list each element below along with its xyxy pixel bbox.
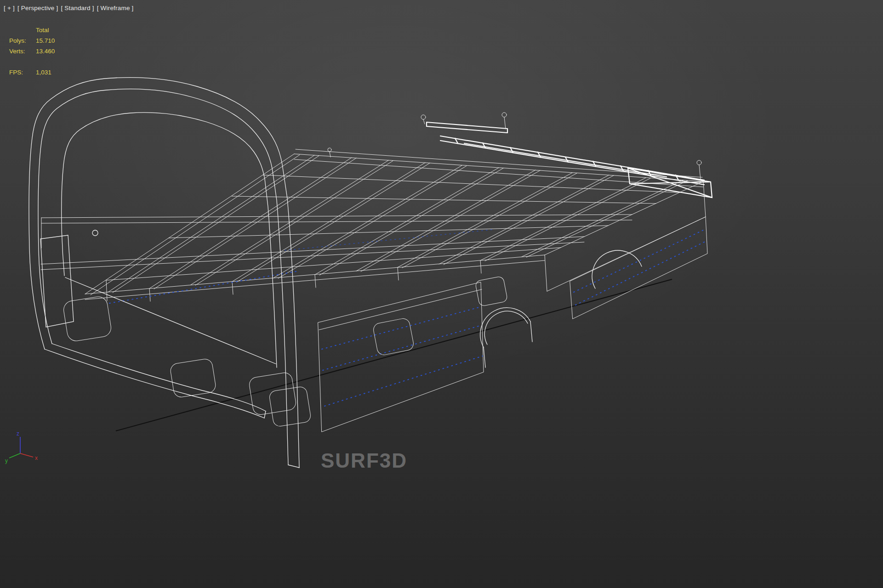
axis-z-label: z bbox=[17, 430, 19, 437]
viewport-pov-menu[interactable]: [ Perspective ] bbox=[17, 5, 58, 11]
verts-value: 13.460 bbox=[36, 46, 55, 57]
cab-shell bbox=[29, 78, 299, 468]
polys-value: 15.710 bbox=[36, 35, 55, 46]
tie-down-hooks bbox=[328, 113, 701, 179]
stats-spacer bbox=[9, 57, 55, 67]
bed-posts bbox=[149, 260, 481, 301]
grid-line bbox=[116, 279, 672, 431]
side-panel-near bbox=[318, 282, 484, 432]
axis-y-label: y bbox=[5, 458, 8, 464]
stats-fps-row: FPS: 1,031 bbox=[9, 67, 55, 78]
stats-total-header: Total bbox=[36, 25, 55, 35]
bed-deck-edges bbox=[85, 149, 706, 300]
side-panel-rear bbox=[570, 217, 707, 319]
axis-x-label: x bbox=[35, 455, 38, 461]
viewport-statistics: Total Polys: 15.710 Verts: 13.460 FPS: 1… bbox=[9, 25, 55, 78]
viewport-label-bar: [ + ] [ Perspective ] [ Standard ] [ Wir… bbox=[4, 5, 134, 11]
headboard-rack bbox=[427, 122, 507, 133]
selected-edges-blue bbox=[109, 229, 707, 406]
chassis-rails bbox=[41, 175, 679, 301]
stats-polys-row: Polys: 15.710 bbox=[9, 35, 55, 46]
truck-model[interactable] bbox=[29, 78, 712, 468]
viewport-shading-standard-menu[interactable]: [ Standard ] bbox=[61, 5, 94, 11]
bed-cross-members-flange bbox=[113, 156, 688, 293]
verts-label: Verts: bbox=[9, 46, 36, 57]
stats-empty-cell bbox=[9, 25, 36, 35]
wireframe-scene[interactable] bbox=[0, 0, 883, 588]
world-axis-gizmo: z x y bbox=[3, 430, 44, 466]
wheel-arches bbox=[480, 250, 642, 368]
stats-verts-row: Verts: 13.460 bbox=[9, 46, 55, 57]
fps-value: 1,031 bbox=[36, 67, 55, 78]
watermark: SURF3D bbox=[321, 449, 407, 472]
3d-viewport[interactable]: [ + ] [ Perspective ] [ Standard ] [ Wir… bbox=[0, 0, 883, 588]
fps-label: FPS: bbox=[9, 67, 36, 78]
polys-label: Polys: bbox=[9, 35, 36, 46]
rear-rail-band bbox=[440, 136, 704, 185]
stats-header-row: Total bbox=[9, 25, 55, 35]
viewport-general-menu[interactable]: [ + ] bbox=[4, 5, 15, 11]
viewport-shading-wireframe-menu[interactable]: [ Wireframe ] bbox=[97, 5, 134, 11]
